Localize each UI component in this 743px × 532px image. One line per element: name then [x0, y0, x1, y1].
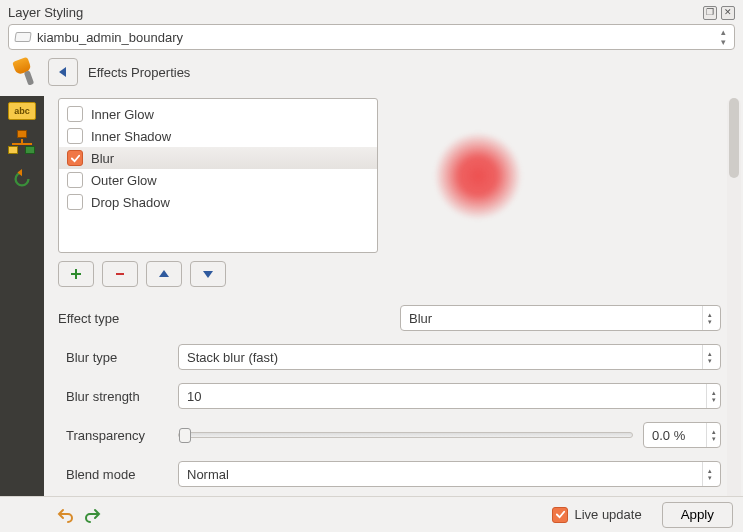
- checkbox-inner-shadow[interactable]: [67, 128, 83, 144]
- move-down-button[interactable]: [190, 261, 226, 287]
- vertical-scrollbar[interactable]: [727, 98, 741, 514]
- check-icon: [555, 509, 566, 520]
- chevron-up-down-icon: ▴▾: [702, 306, 716, 330]
- remove-effect-button[interactable]: [102, 261, 138, 287]
- blur-strength-value: 10: [187, 389, 706, 404]
- redo-button[interactable]: [82, 504, 104, 526]
- blend-mode-label: Blend mode: [66, 467, 166, 482]
- plus-icon: [69, 267, 83, 281]
- checkbox-inner-glow[interactable]: [67, 106, 83, 122]
- list-item: Blur: [59, 147, 377, 169]
- list-item-label: Outer Glow: [91, 173, 157, 188]
- back-button[interactable]: [48, 58, 78, 86]
- effect-preview: [398, 98, 721, 253]
- checkbox-outer-glow[interactable]: [67, 172, 83, 188]
- hierarchy-tab-icon[interactable]: [8, 130, 36, 158]
- spin-arrows-icon[interactable]: ▴▾: [706, 423, 720, 447]
- preview-blur-blob-icon: [434, 132, 522, 220]
- left-tool-rail: abc: [0, 96, 44, 516]
- blur-strength-label: Blur strength: [66, 389, 166, 404]
- check-icon: [70, 153, 81, 164]
- list-item-label: Blur: [91, 151, 114, 166]
- effect-type-select[interactable]: Blur ▴▾: [400, 305, 721, 331]
- triangle-up-icon: [157, 267, 171, 281]
- live-update-checkbox[interactable]: [552, 507, 568, 523]
- polygon-layer-icon: [14, 32, 31, 42]
- effects-properties-label: Effects Properties: [88, 65, 190, 80]
- list-item-label: Inner Shadow: [91, 129, 171, 144]
- blur-type-select[interactable]: Stack blur (fast) ▴▾: [178, 344, 721, 370]
- checkbox-blur[interactable]: [67, 150, 83, 166]
- live-update-label: Live update: [574, 507, 641, 522]
- chevron-up-down-icon: ▴▾: [702, 345, 716, 369]
- panel-title: Layer Styling: [8, 5, 703, 20]
- svg-marker-0: [59, 67, 66, 77]
- transparency-spin[interactable]: 0.0 % ▴▾: [643, 422, 721, 448]
- triangle-left-icon: [57, 66, 69, 78]
- chevron-up-down-icon: ▴▾: [702, 462, 716, 486]
- slider-thumb[interactable]: [179, 428, 191, 443]
- blur-type-label: Blur type: [66, 350, 166, 365]
- blur-strength-spin[interactable]: 10 ▴▾: [178, 383, 721, 409]
- svg-marker-2: [159, 270, 169, 277]
- list-item: Inner Glow: [59, 103, 377, 125]
- effects-list[interactable]: Inner Glow Inner Shadow Blur Outer Glow: [58, 98, 378, 253]
- layer-selector-value: kiambu_admin_boundary: [37, 30, 719, 45]
- layer-selector[interactable]: kiambu_admin_boundary ▴▾: [8, 24, 735, 50]
- list-item: Drop Shadow: [59, 191, 377, 213]
- blend-mode-select[interactable]: Normal ▴▾: [178, 461, 721, 487]
- list-item-label: Drop Shadow: [91, 195, 170, 210]
- effect-type-value: Blur: [409, 311, 702, 326]
- blend-mode-value: Normal: [187, 467, 702, 482]
- list-item: Outer Glow: [59, 169, 377, 191]
- chevron-up-down-icon: ▴▾: [719, 27, 728, 47]
- transparency-value: 0.0 %: [652, 428, 706, 443]
- effect-type-label: Effect type: [58, 311, 144, 326]
- scrollbar-thumb[interactable]: [729, 98, 739, 178]
- minus-icon: [113, 267, 127, 281]
- undo-icon: [57, 507, 73, 523]
- symbology-brush-icon: [8, 59, 38, 85]
- list-item-label: Inner Glow: [91, 107, 154, 122]
- labels-tab-icon[interactable]: abc: [8, 102, 36, 120]
- move-up-button[interactable]: [146, 261, 182, 287]
- blur-type-value: Stack blur (fast): [187, 350, 702, 365]
- close-window-icon[interactable]: ✕: [721, 6, 735, 20]
- svg-marker-3: [203, 271, 213, 278]
- spin-arrows-icon[interactable]: ▴▾: [706, 384, 720, 408]
- redo-icon: [85, 507, 101, 523]
- restore-window-icon[interactable]: ❐: [703, 6, 717, 20]
- checkbox-drop-shadow[interactable]: [67, 194, 83, 210]
- transparency-slider[interactable]: [178, 432, 633, 438]
- apply-button[interactable]: Apply: [662, 502, 733, 528]
- add-effect-button[interactable]: [58, 261, 94, 287]
- list-item: Inner Shadow: [59, 125, 377, 147]
- transparency-label: Transparency: [66, 428, 166, 443]
- triangle-down-icon: [201, 267, 215, 281]
- undo-button[interactable]: [54, 504, 76, 526]
- history-tab-icon[interactable]: [11, 168, 33, 193]
